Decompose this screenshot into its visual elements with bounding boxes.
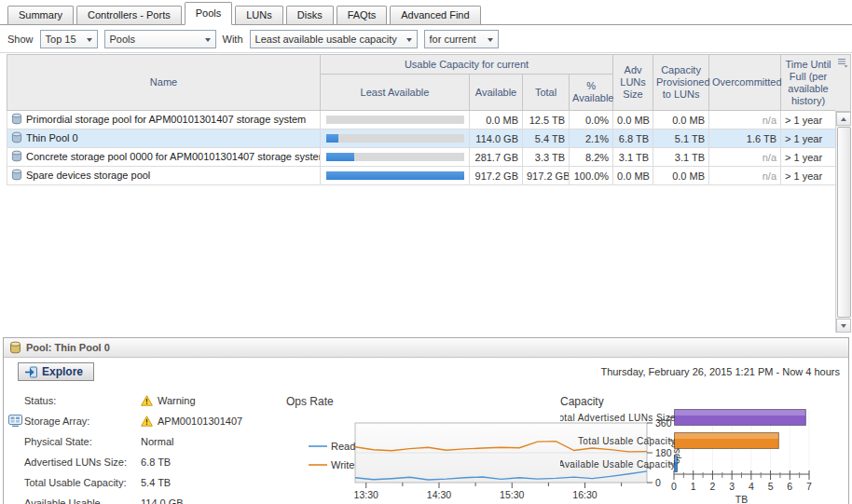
- pool-icon: [11, 113, 22, 125]
- least-available-bar-cell: [321, 129, 470, 148]
- col-header-adv-luns-size[interactable]: Adv LUNs Size: [613, 55, 653, 111]
- provisioned-cell: 0.0 MB: [653, 167, 709, 185]
- col-header-time-until-full[interactable]: Time Until Full (per available history): [781, 55, 836, 111]
- pool-icon: [11, 150, 22, 162]
- pct-available-cell: 0.0%: [570, 111, 613, 129]
- tab-advanced-find[interactable]: Advanced Find: [390, 6, 480, 24]
- detail-value: 114.0 GB: [141, 497, 184, 504]
- pool-name-cell[interactable]: Concrete storage pool 0000 for APM001013…: [7, 148, 321, 167]
- capacity-bar-track: [326, 134, 464, 143]
- overcommitted-cell: 1.6 TB: [709, 129, 781, 148]
- available-cell: 0.0 MB: [470, 111, 523, 129]
- tab-controllers-ports[interactable]: Controllers - Ports: [76, 6, 182, 24]
- pool-name-cell[interactable]: Primordial storage pool for APM001013014…: [7, 111, 321, 129]
- table-options-button[interactable]: [835, 54, 851, 112]
- explore-button[interactable]: Explore: [18, 362, 94, 381]
- capacity-bar-fill: [326, 134, 338, 143]
- scroll-down-button[interactable]: [836, 319, 851, 333]
- svg-text:6: 6: [787, 481, 792, 492]
- pool-name: Primordial storage pool for APM001013014…: [26, 114, 306, 125]
- tab-pools[interactable]: Pools: [185, 2, 233, 25]
- vertical-scrollbar[interactable]: [835, 112, 851, 333]
- warning-icon: [141, 415, 153, 427]
- detail-row: Advertised LUNs Size:6.8 TB: [8, 452, 269, 472]
- time-until-full-cell: > 1 year: [781, 167, 836, 185]
- svg-text:7: 7: [806, 481, 812, 492]
- capacity-title: Capacity: [560, 395, 604, 408]
- detail-label: Total Usable Capacity:: [24, 477, 141, 488]
- scrollbar-thumb[interactable]: [837, 127, 851, 318]
- least-available-bar-cell: [321, 148, 470, 167]
- object-type-value: Pools: [110, 34, 136, 45]
- ops-rate-title: Ops Rate: [286, 395, 334, 408]
- adv-luns-size-cell: 6.8 TB: [613, 129, 653, 148]
- col-header-overcommitted[interactable]: Overcommitted: [709, 55, 781, 111]
- provisioned-cell: 0.0 MB: [653, 111, 709, 129]
- scroll-up-button[interactable]: [836, 112, 851, 126]
- detail-row: Storage Array:APM00101301407: [8, 411, 269, 431]
- col-header-provisioned[interactable]: Capacity Provisioned to LUNs: [653, 55, 709, 111]
- pool-name-cell[interactable]: Spare devices storage pool: [7, 167, 321, 185]
- svg-text:14:30: 14:30: [427, 489, 451, 500]
- col-header-least-available[interactable]: Least Available: [321, 75, 470, 111]
- explore-label: Explore: [42, 365, 83, 378]
- col-header-pct-available[interactable]: % Available: [570, 75, 613, 111]
- svg-text:1: 1: [691, 481, 696, 492]
- tab-faqts[interactable]: FAQts: [337, 6, 388, 24]
- detail-value: 6.8 TB: [141, 456, 171, 468]
- table-options-icon: [838, 58, 848, 68]
- overcommitted-cell: n/a: [709, 111, 781, 129]
- detail-value: Warning: [141, 395, 196, 406]
- detail-label: Available Usable: [24, 497, 141, 504]
- svg-text:15:30: 15:30: [500, 489, 524, 500]
- time-until-full-cell: > 1 year: [781, 129, 836, 148]
- pool-icon: [11, 169, 22, 181]
- detail-row: Physical State:Normal: [8, 431, 269, 452]
- warning-icon: [141, 395, 153, 406]
- panel-title: Pool: Thin Pool 0: [26, 342, 110, 353]
- table-row[interactable]: Primordial storage pool for APM001013014…: [7, 111, 836, 129]
- tab-luns[interactable]: LUNs: [235, 6, 283, 24]
- time-until-full-cell: > 1 year: [781, 148, 836, 167]
- total-cell: 12.5 TB: [523, 111, 570, 129]
- pct-available-cell: 2.1%: [570, 129, 613, 148]
- table-row[interactable]: Concrete storage pool 0000 for APM001013…: [7, 148, 836, 167]
- col-group-usable-capacity: Usable Capacity for current: [321, 55, 613, 75]
- svg-text:Write: Write: [331, 459, 354, 470]
- svg-text:3: 3: [729, 481, 735, 492]
- metric-select[interactable]: Least available usable capacity: [250, 30, 418, 48]
- total-cell: 3.3 TB: [523, 148, 570, 167]
- col-header-total[interactable]: Total: [523, 75, 570, 111]
- detail-row: Total Usable Capacity:5.4 TB: [8, 472, 269, 493]
- time-until-full-cell: > 1 year: [781, 111, 836, 129]
- tab-bar: Summary Controllers - Ports Pools LUNs D…: [0, 0, 852, 25]
- svg-text:4: 4: [749, 481, 754, 492]
- panel-header: Pool: Thin Pool 0: [4, 338, 848, 358]
- pool-icon: [11, 131, 22, 143]
- object-type-select[interactable]: Pools: [104, 30, 216, 48]
- capacity-bar-fill: [326, 171, 464, 180]
- total-cell: 5.4 TB: [523, 129, 570, 148]
- adv-luns-size-cell: 0.0 MB: [613, 111, 653, 129]
- col-header-name[interactable]: Name: [7, 55, 321, 111]
- pool-name: Spare devices storage pool: [26, 170, 150, 181]
- show-count-select[interactable]: Top 15: [40, 30, 98, 48]
- detail-label: Advertised LUNs Size:: [24, 456, 141, 468]
- pct-available-cell: 100.0%: [570, 167, 613, 185]
- range-select[interactable]: for current: [424, 30, 499, 48]
- col-header-available[interactable]: Available: [470, 75, 523, 111]
- pools-table: Name Usable Capacity for current Adv LUN…: [7, 54, 851, 333]
- available-cell: 114.0 GB: [470, 129, 523, 148]
- available-cell: 281.7 GB: [470, 148, 523, 167]
- pool-name-cell[interactable]: Thin Pool 0: [7, 129, 321, 148]
- pool-icon: [9, 341, 21, 354]
- tab-summary[interactable]: Summary: [7, 6, 74, 24]
- tab-disks[interactable]: Disks: [286, 6, 334, 24]
- detail-label: Physical State:: [24, 436, 141, 447]
- explore-icon: [24, 366, 37, 378]
- chevron-down-icon: [406, 38, 412, 45]
- detail-label: Storage Array:: [24, 415, 141, 427]
- table-row[interactable]: Thin Pool 0114.0 GB5.4 TB2.1%6.8 TB5.1 T…: [7, 129, 836, 148]
- table-row[interactable]: Spare devices storage pool917.2 GB917.2 …: [7, 167, 836, 185]
- total-cell: 917.2 GB: [523, 167, 570, 185]
